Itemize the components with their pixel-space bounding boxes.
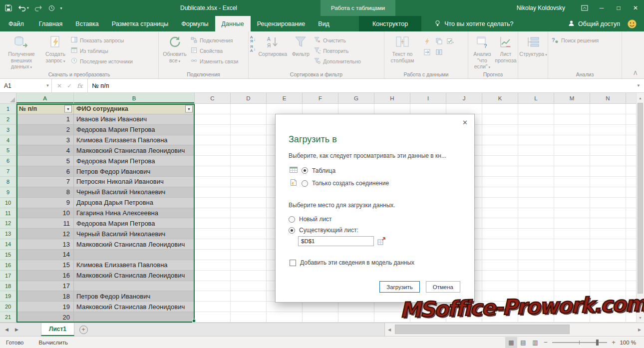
- cell-L16[interactable]: [518, 260, 554, 271]
- cell-C19[interactable]: [195, 291, 231, 302]
- name-box-dropdown-icon[interactable]: ▼: [44, 79, 52, 92]
- radio-new-sheet[interactable]: [289, 216, 295, 223]
- cell-M5[interactable]: [554, 145, 590, 156]
- cell-K21[interactable]: [482, 312, 518, 323]
- name-box[interactable]: A1: [0, 79, 44, 92]
- cell-M2[interactable]: [554, 114, 590, 125]
- relationships-icon[interactable]: [433, 46, 445, 57]
- edit-links-button[interactable]: Изменить связи: [189, 56, 240, 66]
- cell-B8[interactable]: Петросян Николай Иванович: [74, 177, 195, 187]
- cell-D12[interactable]: [231, 218, 267, 229]
- text-to-columns-button[interactable]: Текст по столбцам: [386, 32, 419, 63]
- vertical-scrollbar-thumb[interactable]: [638, 103, 643, 294]
- row-header-5[interactable]: 5: [0, 145, 16, 156]
- insert-function-icon[interactable]: fx: [77, 82, 82, 89]
- cell-B20[interactable]: Маяковский Станислав Леонидович: [74, 302, 195, 312]
- cell-D7[interactable]: [231, 166, 267, 177]
- radio-existing-sheet[interactable]: [289, 227, 295, 234]
- normal-view-icon[interactable]: ▦: [505, 337, 517, 348]
- page-layout-view-icon[interactable]: ▤: [517, 337, 529, 348]
- cell-C4[interactable]: [195, 135, 231, 146]
- cell-A8[interactable]: 7: [16, 177, 74, 187]
- row-header-10[interactable]: 10: [0, 198, 16, 208]
- cell-K14[interactable]: [482, 239, 518, 250]
- cell-M9[interactable]: [554, 187, 590, 198]
- vertical-scrollbar[interactable]: ▲ ▼: [636, 93, 644, 323]
- cell-D5[interactable]: [231, 145, 267, 156]
- cell-C9[interactable]: [195, 187, 231, 198]
- row-header-17[interactable]: 17: [0, 271, 16, 281]
- cell-L14[interactable]: [518, 239, 554, 250]
- cell-B1[interactable]: ФИО сотрудника▼: [74, 104, 195, 114]
- cell-D20[interactable]: [231, 302, 267, 312]
- cell-L17[interactable]: [518, 271, 554, 281]
- cell-L12[interactable]: [518, 218, 554, 229]
- customize-qat-icon[interactable]: ▾: [60, 3, 62, 12]
- solver-button[interactable]: ? Поиск решения: [550, 35, 600, 45]
- cell-M7[interactable]: [554, 166, 590, 177]
- cell-L19[interactable]: [518, 291, 554, 302]
- cell-D9[interactable]: [231, 187, 267, 198]
- cell-C20[interactable]: [195, 302, 231, 312]
- cell-D4[interactable]: [231, 135, 267, 146]
- column-header-J[interactable]: J: [446, 93, 482, 103]
- recent-sources-button[interactable]: Последние источники: [69, 56, 134, 66]
- cell-K5[interactable]: [482, 145, 518, 156]
- redo-icon[interactable]: [34, 3, 43, 12]
- cell-L9[interactable]: [518, 187, 554, 198]
- cell-reference-input[interactable]: [298, 236, 374, 246]
- row-header-9[interactable]: 9: [0, 187, 16, 198]
- sort-ascending-button[interactable]: АЯ↓: [250, 35, 256, 43]
- cell-C1[interactable]: [195, 104, 231, 114]
- cell-B2[interactable]: Иванов Иван Иванович: [74, 114, 195, 125]
- tab-design[interactable]: Конструктор: [359, 16, 421, 31]
- properties-button[interactable]: Свойства: [189, 45, 240, 56]
- cell-N4[interactable]: [590, 135, 626, 146]
- status-calculate[interactable]: Вычислить: [39, 340, 68, 346]
- cell-C7[interactable]: [195, 166, 231, 177]
- cell-M8[interactable]: [554, 177, 590, 187]
- option-new-sheet-label[interactable]: Новый лист: [299, 216, 332, 223]
- column-header-M[interactable]: M: [554, 93, 590, 103]
- row-header-18[interactable]: 18: [0, 281, 16, 292]
- cell-F21[interactable]: [303, 312, 338, 323]
- cell-L6[interactable]: [518, 156, 554, 166]
- cell-F1[interactable]: [303, 104, 338, 114]
- new-query-button[interactable]: Создать запрос▾: [41, 32, 69, 63]
- page-break-view-icon[interactable]: ▥: [529, 337, 541, 348]
- cell-H21[interactable]: [374, 312, 410, 323]
- cell-M3[interactable]: [554, 125, 590, 135]
- cell-E20[interactable]: [267, 302, 303, 312]
- tab-view[interactable]: Вид: [312, 16, 336, 31]
- cell-A1[interactable]: № п/п▼: [16, 104, 74, 114]
- cell-J20[interactable]: [446, 302, 482, 312]
- zoom-level[interactable]: 100 %: [618, 340, 644, 346]
- cell-N3[interactable]: [590, 125, 626, 135]
- cell-M15[interactable]: [554, 250, 590, 260]
- cell-A10[interactable]: 9: [16, 198, 74, 208]
- filter-button[interactable]: Фильтр: [289, 32, 313, 57]
- row-header-6[interactable]: 6: [0, 156, 16, 166]
- cell-A17[interactable]: 16: [16, 271, 74, 281]
- forecast-sheet-button[interactable]: Лист прогноза: [495, 32, 517, 63]
- cell-K13[interactable]: [482, 229, 518, 239]
- cell-C18[interactable]: [195, 281, 231, 292]
- cell-B21[interactable]: [74, 312, 195, 323]
- row-header-21[interactable]: 21: [0, 312, 16, 323]
- cell-N11[interactable]: [590, 208, 626, 219]
- cell-A7[interactable]: 6: [16, 166, 74, 177]
- cell-B14[interactable]: Маяковский Станислав Леонидович: [74, 239, 195, 250]
- scroll-down-icon[interactable]: ▼: [637, 314, 644, 322]
- cell-A21[interactable]: 20: [16, 312, 74, 323]
- cell-K20[interactable]: [482, 302, 518, 312]
- cell-K9[interactable]: [482, 187, 518, 198]
- remove-duplicates-icon[interactable]: [433, 35, 445, 46]
- zoom-out-icon[interactable]: −: [541, 339, 550, 346]
- cell-D6[interactable]: [231, 156, 267, 166]
- tab-insert[interactable]: Вставка: [69, 16, 105, 31]
- what-if-analysis-button[interactable]: ? Анализ "что если"▾: [470, 32, 495, 70]
- cancel-button[interactable]: Отмена: [426, 281, 460, 293]
- scroll-right-icon[interactable]: ▶: [635, 323, 644, 336]
- cell-E21[interactable]: [267, 312, 303, 323]
- cell-G20[interactable]: [338, 302, 374, 312]
